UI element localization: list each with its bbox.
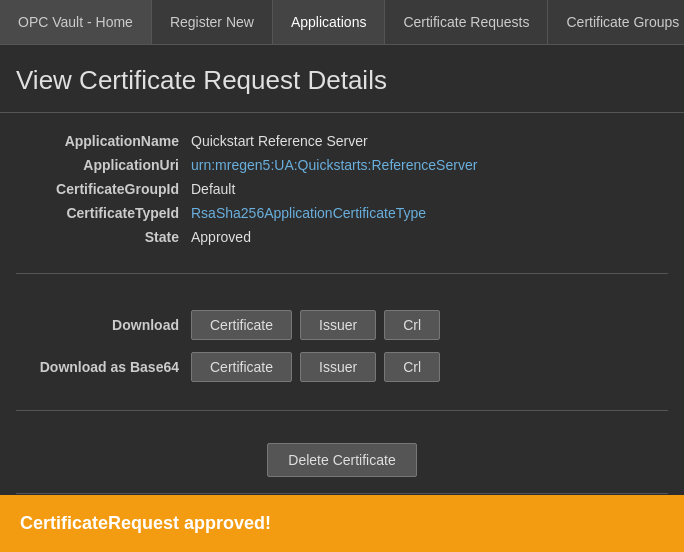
label-appuri: ApplicationUri: [16, 157, 191, 173]
nav-item-applications[interactable]: Applications: [273, 0, 386, 44]
nav-item-register[interactable]: Register New: [152, 0, 273, 44]
nav-item-home[interactable]: OPC Vault - Home: [0, 0, 152, 44]
download-base64-row: Download as Base64 Certificate Issuer Cr…: [16, 352, 668, 382]
detail-row-state: State Approved: [16, 229, 668, 245]
details-section: ApplicationName Quickstart Reference Ser…: [16, 133, 668, 274]
label-appname: ApplicationName: [16, 133, 191, 149]
page-wrapper: OPC Vault - Home Register New Applicatio…: [0, 0, 684, 552]
delete-section: Delete Certificate: [16, 411, 668, 494]
value-appuri: urn:mregen5:UA:Quickstarts:ReferenceServ…: [191, 157, 477, 173]
download-base64-crl-button[interactable]: Crl: [384, 352, 440, 382]
value-appname: Quickstart Reference Server: [191, 133, 368, 149]
value-groupid: Default: [191, 181, 235, 197]
download-issuer-button[interactable]: Issuer: [300, 310, 376, 340]
value-state: Approved: [191, 229, 251, 245]
navbar: OPC Vault - Home Register New Applicatio…: [0, 0, 684, 45]
download-buttons: Certificate Issuer Crl: [191, 310, 440, 340]
label-groupid: CertificateGroupId: [16, 181, 191, 197]
value-typeid: RsaSha256ApplicationCertificateType: [191, 205, 426, 221]
delete-certificate-button[interactable]: Delete Certificate: [267, 443, 416, 477]
download-label: Download: [16, 317, 191, 333]
detail-row-typeid: CertificateTypeId RsaSha256ApplicationCe…: [16, 205, 668, 221]
actions-section: Download Certificate Issuer Crl Download…: [16, 294, 668, 411]
content-area: ApplicationName Quickstart Reference Ser…: [0, 113, 684, 514]
label-typeid: CertificateTypeId: [16, 205, 191, 221]
nav-item-cert-groups[interactable]: Certificate Groups: [548, 0, 684, 44]
download-base64-label: Download as Base64: [16, 359, 191, 375]
success-banner: CertificateRequest approved!: [0, 495, 684, 552]
detail-row-groupid: CertificateGroupId Default: [16, 181, 668, 197]
detail-row-appuri: ApplicationUri urn:mregen5:UA:Quickstart…: [16, 157, 668, 173]
label-state: State: [16, 229, 191, 245]
download-base64-buttons: Certificate Issuer Crl: [191, 352, 440, 382]
download-crl-button[interactable]: Crl: [384, 310, 440, 340]
download-base64-issuer-button[interactable]: Issuer: [300, 352, 376, 382]
download-base64-certificate-button[interactable]: Certificate: [191, 352, 292, 382]
nav-item-cert-requests[interactable]: Certificate Requests: [385, 0, 548, 44]
page-title: View Certificate Request Details: [0, 45, 684, 113]
download-certificate-button[interactable]: Certificate: [191, 310, 292, 340]
detail-row-appname: ApplicationName Quickstart Reference Ser…: [16, 133, 668, 149]
download-row: Download Certificate Issuer Crl: [16, 310, 668, 340]
